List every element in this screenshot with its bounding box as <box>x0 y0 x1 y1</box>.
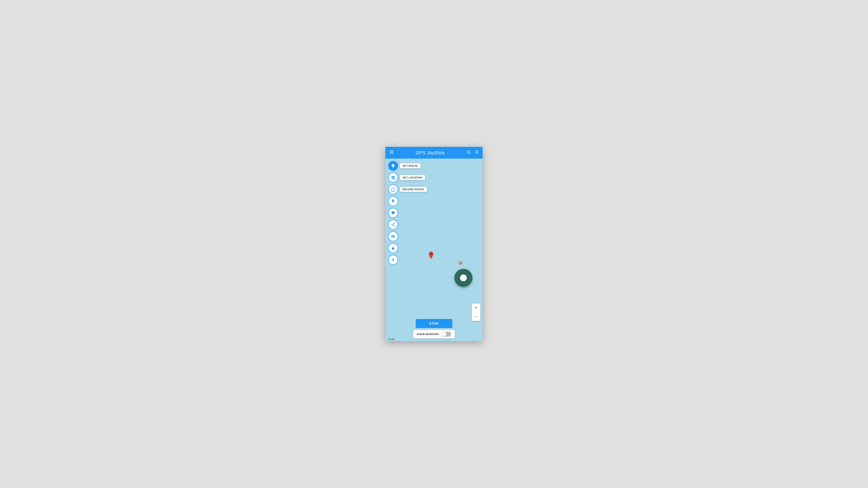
svg-point-21 <box>393 258 394 259</box>
lock-button[interactable] <box>388 243 398 253</box>
set-location-button[interactable]: SET LOCATION <box>388 173 398 183</box>
svg-line-18 <box>393 225 394 225</box>
overflow-icon[interactable] <box>474 150 479 156</box>
joystick-button[interactable] <box>454 269 472 287</box>
svg-rect-20 <box>392 248 395 250</box>
walk-button[interactable] <box>388 255 398 265</box>
set-location-tooltip: SET LOCATION <box>400 175 425 180</box>
svg-rect-12 <box>392 178 393 179</box>
header: GPS JoyStick <box>385 147 483 159</box>
svg-point-22 <box>430 253 432 255</box>
svg-point-16 <box>392 224 393 225</box>
share-button[interactable] <box>388 220 398 230</box>
svg-line-19 <box>393 224 394 224</box>
stop-button[interactable]: STOP <box>416 319 452 328</box>
app-title: GPS JoyStick <box>416 150 445 156</box>
map-pin <box>428 252 434 260</box>
show-markers-toggle[interactable] <box>442 332 451 337</box>
svg-rect-14 <box>393 191 394 192</box>
joystick-area <box>454 259 472 287</box>
svg-rect-0 <box>390 151 394 151</box>
map-background <box>385 159 483 341</box>
set-route-tooltip: SET ROUTE <box>400 163 421 168</box>
search-icon[interactable] <box>466 150 471 156</box>
svg-point-9 <box>393 165 393 166</box>
move-icon <box>457 259 465 267</box>
record-route-button[interactable]: RECORD ROUTE <box>388 184 398 194</box>
sidebar: SET ROUTE SET LOCATION RECORD ROUTE <box>388 161 398 265</box>
svg-rect-2 <box>390 153 394 154</box>
svg-rect-13 <box>393 178 395 179</box>
favorite-button[interactable] <box>388 208 398 218</box>
show-markers-row: SHOW MARKERS <box>413 330 455 338</box>
svg-line-4 <box>469 153 471 154</box>
phone-container: GPS JoyStick <box>385 147 483 341</box>
google-watermark: Google <box>388 338 395 340</box>
location-button[interactable] <box>388 196 398 206</box>
svg-rect-11 <box>393 176 395 177</box>
visibility-button[interactable] <box>388 231 398 241</box>
svg-rect-1 <box>390 152 394 152</box>
zoom-in-button[interactable]: + <box>472 304 480 312</box>
svg-rect-6 <box>475 152 478 152</box>
svg-point-17 <box>394 225 395 226</box>
zoom-controls: + − <box>472 304 480 321</box>
record-route-tooltip: RECORD ROUTE <box>400 187 427 192</box>
header-actions <box>466 150 479 156</box>
svg-rect-7 <box>475 153 478 153</box>
svg-point-15 <box>394 223 395 224</box>
show-markers-label: SHOW MARKERS <box>417 333 439 335</box>
joystick-inner <box>460 274 467 281</box>
map-area[interactable]: SET ROUTE SET LOCATION RECORD ROUTE <box>385 159 483 341</box>
menu-icon[interactable] <box>389 150 394 156</box>
svg-rect-10 <box>392 176 393 177</box>
toggle-knob <box>442 332 446 336</box>
bottom-controls: STOP SHOW MARKERS <box>385 319 483 338</box>
svg-rect-5 <box>475 151 478 151</box>
set-route-button[interactable]: SET ROUTE <box>388 161 398 171</box>
